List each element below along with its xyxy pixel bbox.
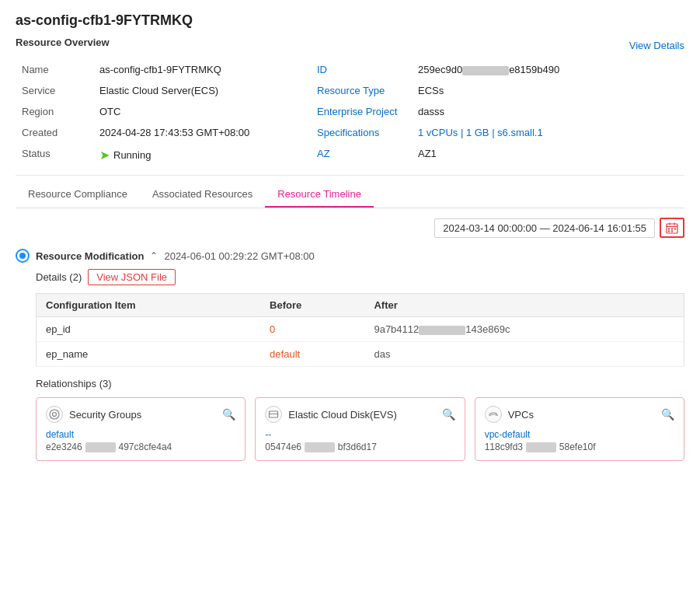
svg-point-9	[50, 410, 59, 419]
relationship-cards: Security Groups 🔍 default e2e3246 497c8c…	[36, 397, 684, 461]
elastic-cloud-disk-title: Elastic Cloud Disk(EVS)	[288, 409, 396, 421]
created-label: Created	[16, 122, 93, 143]
page-title: as-config-cfb1-9FYTRMKQ	[16, 12, 684, 29]
vpcs-link[interactable]: vpc-default	[485, 429, 674, 440]
before-ep-id: 0	[260, 317, 364, 342]
created-value: 2024-04-28 17:43:53 GMT+08:00	[93, 122, 311, 143]
modification-time: 2024-06-01 00:29:22 GMT+08:00	[164, 250, 314, 262]
tab-timeline[interactable]: Resource Timeline	[265, 182, 374, 208]
resource-type-label: Resource Type	[311, 80, 412, 101]
view-json-button[interactable]: View JSON File	[88, 269, 176, 285]
svg-point-10	[53, 413, 57, 417]
after-ep-name: das	[364, 342, 684, 367]
vpcs-id: 118c9fd3 58efe10f	[485, 442, 674, 452]
specifications-link[interactable]: 1 vCPUs | 1 GB | s6.small.1	[418, 127, 543, 138]
svg-rect-5	[671, 229, 673, 230]
config-item-header: Configuration Item	[37, 294, 261, 317]
resource-overview-header: Resource Overview	[16, 37, 110, 48]
name-value: as-config-cfb1-9FYTRMKQ	[93, 59, 311, 80]
specifications-label: Specifications	[311, 122, 412, 143]
security-groups-id: e2e3246 497c8cfe4a4	[46, 442, 235, 452]
enterprise-project-label: Enterprise Project	[311, 101, 412, 122]
vpcs-search-icon[interactable]: 🔍	[661, 408, 674, 421]
id-blur	[462, 66, 509, 75]
specifications-value: 1 vCPUs | 1 GB | s6.small.1	[412, 122, 684, 143]
id-label: ID	[311, 59, 412, 80]
view-details-link[interactable]: View Details	[629, 40, 684, 51]
config-item-ep-id: ep_id	[37, 317, 261, 342]
security-groups-link[interactable]: default	[46, 429, 235, 440]
chevron-up-icon[interactable]: ⌃	[150, 250, 158, 261]
svg-rect-7	[668, 231, 670, 232]
region-label: Region	[16, 101, 93, 122]
security-groups-icon	[46, 406, 63, 423]
date-range-display: 2024-03-14 00:00:00 — 2024-06-14 16:01:5…	[434, 218, 655, 238]
tab-compliance[interactable]: Resource Compliance	[16, 182, 140, 208]
calendar-button[interactable]	[660, 218, 684, 238]
elastic-cloud-disk-card-header: Elastic Cloud Disk(EVS) 🔍	[265, 406, 454, 423]
relationships-title: Relationships (3)	[36, 378, 684, 389]
timeline-circle-icon	[16, 249, 30, 263]
name-label: Name	[16, 59, 93, 80]
running-icon: ➤	[99, 148, 110, 162]
vpcs-title: VPCs	[508, 409, 534, 421]
security-groups-search-icon[interactable]: 🔍	[222, 408, 235, 421]
elastic-cloud-disk-icon	[265, 406, 282, 423]
vpcs-card: VPCs 🔍 vpc-default 118c9fd3 58efe10f	[475, 397, 684, 461]
config-table: Configuration Item Before After ep_id 0 …	[36, 293, 684, 367]
timeline-toolbar: 2024-03-14 00:00:00 — 2024-06-14 16:01:5…	[16, 218, 684, 238]
tabs: Resource Compliance Associated Resources…	[16, 182, 684, 208]
status-value: ➤ Running	[93, 143, 311, 167]
id-suffix: e8159b490	[509, 64, 559, 75]
before-ep-name: default	[260, 342, 364, 367]
security-groups-title: Security Groups	[69, 409, 141, 421]
divider	[16, 175, 684, 176]
svg-rect-8	[671, 231, 673, 232]
region-value: OTC	[93, 101, 311, 122]
modification-title: Resource Modification	[36, 250, 144, 262]
elastic-cloud-disk-link[interactable]: --	[265, 429, 454, 440]
tab-associated[interactable]: Associated Resources	[140, 182, 265, 208]
az-label: AZ	[311, 143, 412, 167]
details-row: Details (2) View JSON File	[36, 269, 684, 285]
details-label: Details (2)	[36, 271, 82, 283]
service-value: Elastic Cloud Server(ECS)	[93, 80, 311, 101]
vpcs-icon	[485, 406, 502, 423]
svg-rect-4	[668, 229, 670, 230]
az-value: AZ1	[412, 143, 684, 167]
config-item-ep-name: ep_name	[37, 342, 261, 367]
after-ep-id: 9a7b4112 143e869c	[364, 317, 684, 342]
modification-section: Resource Modification ⌃ 2024-06-01 00:29…	[16, 249, 684, 461]
resource-type-value: ECSs	[412, 80, 684, 101]
vpcs-card-header: VPCs 🔍	[485, 406, 674, 423]
relationships-section: Relationships (3) Security Groups	[36, 378, 684, 461]
elastic-cloud-disk-search-icon[interactable]: 🔍	[442, 408, 455, 421]
table-row: ep_id 0 9a7b4112 143e869c	[37, 317, 684, 342]
table-row: ep_name default das	[37, 342, 684, 367]
modification-header: Resource Modification ⌃ 2024-06-01 00:29…	[16, 249, 684, 263]
after-header: After	[364, 294, 684, 317]
before-header: Before	[260, 294, 364, 317]
security-groups-card-header: Security Groups 🔍	[46, 406, 235, 423]
resource-info-table: Name as-config-cfb1-9FYTRMKQ ID 259ec9d0…	[16, 59, 684, 167]
security-groups-card: Security Groups 🔍 default e2e3246 497c8c…	[36, 397, 246, 461]
enterprise-project-value: dasss	[412, 101, 684, 122]
svg-rect-6	[674, 229, 676, 230]
service-label: Service	[16, 80, 93, 101]
elastic-cloud-disk-card: Elastic Cloud Disk(EVS) 🔍 -- 05474e6 bf3…	[255, 397, 465, 461]
elastic-cloud-disk-id: 05474e6 bf3d6d17	[265, 442, 454, 452]
status-label: Status	[16, 143, 93, 167]
id-value: 259ec9d0 e8159b490	[412, 59, 684, 80]
id-prefix: 259ec9d0	[418, 64, 462, 75]
calendar-icon	[666, 222, 678, 234]
